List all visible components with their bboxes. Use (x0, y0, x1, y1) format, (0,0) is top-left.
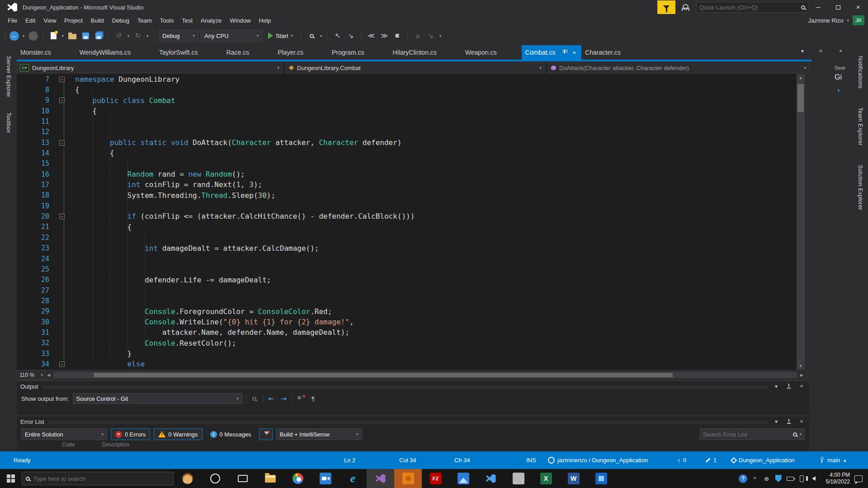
menu-analyze[interactable]: Analyze (197, 16, 226, 25)
tab-weapon-cs[interactable]: Weapon.cs (462, 45, 522, 60)
code-text[interactable]: public class Combat (67, 95, 175, 106)
close-button[interactable]: × (848, 1, 868, 14)
error-provider-dropdown[interactable]: Build + IntelliSense▾ (276, 428, 362, 440)
menu-test[interactable]: Test (178, 16, 197, 25)
new-file-button[interactable] (48, 30, 59, 41)
code-text[interactable]: namespace DungeonLibrary (67, 74, 179, 84)
tab-program-cs[interactable]: Program.cs (328, 45, 389, 60)
fox-avatar-taskbar-button[interactable] (174, 469, 201, 488)
code-line-20[interactable]: 20−if (coinFlip <= (attacker.CalcHitChan… (17, 211, 785, 221)
type-dropdown[interactable]: DungeonLibrary.Combat ▾ (286, 62, 545, 73)
code-line-7[interactable]: 7−namespace DungeonLibrary (17, 74, 785, 84)
unsaved-edits-button[interactable]: 1 (705, 451, 717, 469)
fold-collapse-icon[interactable]: − (59, 214, 65, 219)
notification-filter-icon[interactable] (657, 0, 675, 14)
code-text[interactable]: { (67, 84, 80, 95)
undo-button[interactable]: ↺ (113, 30, 124, 41)
chrome-taskbar-button[interactable] (284, 469, 311, 488)
toolbar-grip[interactable] (5, 31, 6, 41)
restore-button[interactable] (828, 1, 848, 14)
menu-project[interactable]: Project (60, 16, 86, 25)
code-text[interactable]: Random rand = new Random(); (67, 169, 245, 179)
code-line-11[interactable]: 11 (17, 116, 785, 127)
warnings-toggle-button[interactable]: 0 Warnings (154, 428, 202, 440)
menu-team[interactable]: Team (133, 16, 156, 25)
code-line-26[interactable]: 26defender.Life -= damageDealt; (17, 275, 785, 285)
tab-overflow-icon[interactable]: ▾ (801, 48, 804, 54)
redo-dropdown-icon[interactable]: ▾ (146, 34, 149, 38)
tool-tab-team-explorer[interactable]: Team Explorer (857, 103, 863, 150)
zoom-level-dropdown[interactable]: 110 %▾ (17, 370, 46, 380)
github-repo-button[interactable]: jazminerizo / Dungeon_Application (548, 451, 648, 469)
find-message-icon[interactable] (250, 394, 259, 403)
code-line-9[interactable]: 9−public class Combat (17, 95, 785, 106)
code-line-15[interactable]: 15 (17, 159, 785, 169)
collapsed-search-tab[interactable]: Sear (832, 63, 853, 70)
code-line-32[interactable]: 32Console.ResetColor(); (17, 338, 785, 348)
scroll-up-icon[interactable]: ▲ (797, 74, 805, 81)
tab-hilaryclinton-cs[interactable]: HilaryClinton.cs (389, 45, 462, 60)
code-text[interactable]: int coinFlip = rand.Next(1, 3); (67, 179, 262, 190)
search-history-icon[interactable]: ▾ (799, 432, 802, 436)
filezilla-taskbar-button[interactable]: FZ (422, 469, 449, 488)
editor-vertical-scrollbar[interactable]: ▲ ▼ (797, 74, 805, 370)
chevron-down-icon[interactable]: ▾ (832, 81, 853, 94)
member-dropdown[interactable]: DoAttack(Character attacker, Character d… (548, 62, 809, 73)
code-line-28[interactable]: 28 (17, 296, 785, 306)
toolbar-overflow-icon[interactable]: ▾ (439, 34, 442, 38)
navigate-forward-button[interactable]: → (28, 30, 38, 41)
tool-tab-solution-explorer[interactable]: Solution Explorer (857, 160, 863, 215)
menu-build[interactable]: Build (87, 16, 108, 25)
tab-taylorswift-cs[interactable]: TaylorSwift.cs (156, 45, 223, 60)
code-line-18[interactable]: 18System.Threading.Thread.Sleep(30); (17, 190, 785, 201)
hscroll-thumb[interactable] (94, 373, 673, 377)
error-search-input[interactable] (703, 431, 793, 438)
errors-toggle-button[interactable]: × 0 Errors (111, 428, 150, 440)
taskbar-clock[interactable]: 4:00 PM 5/18/2022 (820, 472, 854, 485)
cortana-taskbar-button[interactable] (201, 469, 229, 488)
security-shield-icon[interactable] (773, 469, 784, 488)
back-dropdown-icon[interactable]: ▾ (22, 34, 25, 38)
code-text[interactable]: public static void DoAttack(Character at… (67, 137, 402, 148)
signed-in-user[interactable]: Jazmine Rizo (808, 17, 843, 24)
minimize-button[interactable]: ─ (808, 1, 828, 14)
task-view-taskbar-button[interactable] (229, 469, 256, 488)
volume-icon[interactable] (808, 469, 820, 488)
code-line-16[interactable]: 16Random rand = new Random(); (17, 169, 785, 179)
close-error-list-icon[interactable]: × (797, 418, 806, 425)
error-search-box[interactable]: ▾ (700, 428, 805, 440)
scrollbar-thumb[interactable] (797, 84, 804, 112)
next-message-icon[interactable]: ⇢ (279, 394, 288, 403)
video-app-taskbar-button[interactable] (311, 469, 339, 488)
toggle-bookmark-icon[interactable]: ≡ (412, 30, 423, 41)
error-scope-dropdown[interactable]: Entire Solution▾ (21, 428, 107, 440)
tool-tab-notifications[interactable]: Notifications (857, 52, 863, 93)
word-taskbar-button[interactable]: W (560, 469, 587, 488)
code-line-13[interactable]: 13−public static void DoAttack(Character… (17, 137, 785, 148)
code-line-19[interactable]: 19 (17, 201, 785, 211)
photos-taskbar-button[interactable] (449, 469, 477, 488)
action-center-icon[interactable] (854, 475, 863, 482)
close-output-icon[interactable]: × (797, 383, 806, 389)
battery-icon[interactable] (784, 469, 796, 488)
redo-button[interactable]: ↻ (132, 30, 143, 41)
code-line-17[interactable]: 17int coinFlip = rand.Next(1, 3); (17, 179, 785, 190)
window-position-icon[interactable]: ▾ (772, 383, 780, 389)
panel-grip[interactable] (49, 421, 768, 424)
fold-collapse-icon[interactable]: − (59, 98, 65, 103)
menu-file[interactable]: File (4, 16, 21, 25)
project-dropdown[interactable]: C# DungeonLibrary ▾ (17, 62, 283, 73)
tab-race-cs[interactable]: Race.cs (223, 45, 274, 60)
code-line-12[interactable]: 12 (17, 127, 785, 137)
code-text[interactable]: if (coinFlip <= (attacker.CalcHitChance(… (67, 211, 415, 221)
code-line-10[interactable]: 10{ (17, 106, 785, 116)
tab-character-cs[interactable]: Character.cs (581, 45, 646, 60)
code-editor[interactable]: 7−namespace DungeonLibrary8{9−public cla… (17, 74, 805, 370)
code-text[interactable]: Console.ForegroundColor = ConsoleColor.R… (67, 306, 332, 317)
open-file-button[interactable] (67, 30, 78, 41)
filter-button[interactable] (259, 428, 273, 440)
save-all-button[interactable] (93, 30, 104, 41)
new-file-dropdown-icon[interactable]: ▾ (61, 34, 65, 38)
clear-all-icon[interactable] (296, 394, 305, 403)
feedback-icon[interactable] (682, 4, 690, 11)
